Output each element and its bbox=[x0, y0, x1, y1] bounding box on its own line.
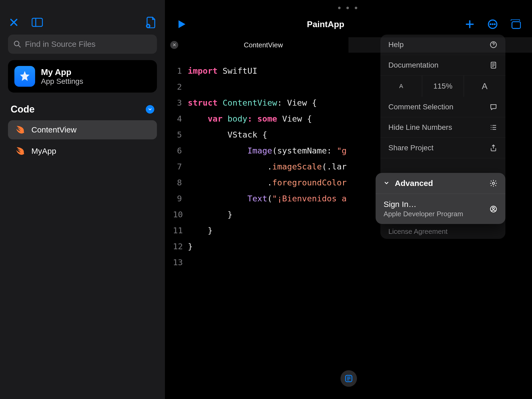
menu-share-project[interactable]: Share Project bbox=[380, 138, 505, 158]
search-input[interactable]: Find in Source Files bbox=[8, 35, 157, 54]
zoom-out-button[interactable]: A bbox=[380, 76, 422, 97]
share-icon bbox=[489, 144, 497, 152]
windows-icon[interactable] bbox=[510, 18, 521, 30]
search-icon bbox=[13, 40, 21, 48]
tab-title[interactable]: ContentView bbox=[178, 41, 348, 49]
svg-line-5 bbox=[18, 45, 20, 47]
advanced-submenu: Advanced Sign In… Apple Developer Progra… bbox=[376, 173, 505, 224]
app-title: My App bbox=[41, 67, 83, 77]
app-icon bbox=[14, 66, 35, 87]
drag-handle-icon[interactable]: ● ● ● bbox=[338, 4, 359, 11]
help-icon bbox=[489, 41, 497, 49]
add-icon[interactable] bbox=[464, 18, 476, 30]
svg-point-28 bbox=[492, 207, 494, 209]
toggle-sidebar-icon[interactable] bbox=[31, 16, 43, 28]
svg-point-8 bbox=[492, 23, 493, 25]
more-icon[interactable] bbox=[487, 18, 498, 30]
svg-rect-1 bbox=[32, 18, 42, 27]
file-name: MyApp bbox=[31, 147, 56, 156]
svg-point-9 bbox=[494, 23, 495, 25]
file-row-contentview[interactable]: ContentView bbox=[8, 120, 157, 139]
file-name: ContentView bbox=[31, 125, 77, 134]
close-icon[interactable] bbox=[8, 16, 20, 28]
zoom-control: A 115% A bbox=[380, 76, 505, 97]
new-file-icon[interactable] bbox=[145, 16, 157, 28]
chevron-down-icon[interactable] bbox=[146, 105, 154, 114]
chevron-down-icon bbox=[384, 180, 389, 186]
menu-help[interactable]: Help bbox=[380, 35, 505, 55]
doc-icon bbox=[489, 61, 497, 69]
swift-icon bbox=[15, 146, 26, 156]
gear-icon bbox=[489, 179, 497, 187]
zoom-in-button[interactable]: A bbox=[464, 76, 505, 97]
run-button[interactable] bbox=[176, 18, 187, 30]
sidebar-section-header[interactable]: Code bbox=[0, 99, 165, 118]
app-settings-card[interactable]: My App App Settings bbox=[8, 60, 157, 93]
comment-icon bbox=[489, 103, 497, 111]
zoom-value: 115% bbox=[422, 76, 464, 97]
svg-point-7 bbox=[490, 23, 491, 25]
menu-comment-selection[interactable]: Comment Selection bbox=[380, 97, 505, 117]
close-tab-icon[interactable]: ✕ bbox=[170, 41, 178, 49]
outline-button[interactable] bbox=[340, 370, 357, 387]
menu-hide-line-numbers[interactable]: Hide Line Numbers bbox=[380, 117, 505, 138]
svg-rect-10 bbox=[512, 22, 521, 28]
list-number-icon bbox=[489, 123, 497, 131]
swift-icon bbox=[15, 125, 26, 135]
file-row-myapp[interactable]: MyApp bbox=[8, 142, 157, 161]
sidebar: Find in Source Files My App App Settings… bbox=[0, 0, 165, 399]
user-icon bbox=[489, 205, 497, 213]
sidebar-section-title: Code bbox=[11, 104, 35, 115]
app-subtitle: App Settings bbox=[41, 77, 83, 86]
search-placeholder: Find in Source Files bbox=[25, 40, 95, 49]
project-title: PaintApp bbox=[187, 19, 464, 29]
menu-sign-in[interactable]: Sign In… Apple Developer Program bbox=[376, 194, 505, 224]
svg-point-26 bbox=[492, 182, 494, 184]
menu-documentation[interactable]: Documentation bbox=[380, 55, 505, 76]
menu-advanced[interactable]: Advanced bbox=[376, 173, 505, 194]
